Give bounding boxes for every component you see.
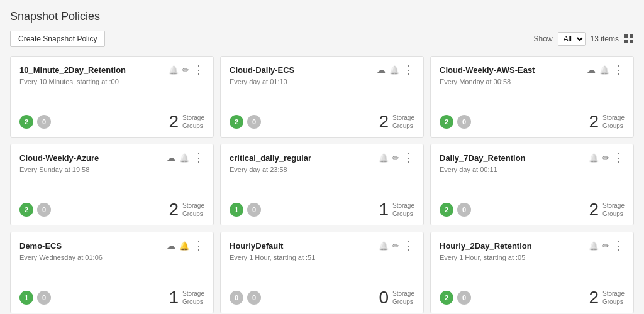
bell-icon: 🔔 [169,65,179,75]
storage-number: 2 [589,113,599,131]
storage-count: 2 StorageGroups [589,201,625,219]
card-title: 10_Minute_2Day_Retention [19,65,169,75]
storage-number: 2 [589,289,599,306]
card-title: critical_daily_regular [230,153,379,163]
more-options-icon[interactable]: ⋮ [403,240,414,251]
card-footer: 00 0 StorageGroups [230,289,414,306]
more-options-icon[interactable]: ⋮ [193,152,204,163]
policy-card: Cloud-Weekly-Azure ☁🔔⋮ Every Sunday at 1… [10,144,214,225]
storage-count: 1 StorageGroups [379,201,414,219]
card-header: Cloud-Weekly-AWS-East ☁🔔⋮ [440,64,625,75]
storage-number: 0 [379,289,389,306]
badge-count-green: 1 [230,203,243,217]
bell-icon: 🔔 [389,65,399,75]
toolbar-right: Show All 13 items [534,32,634,46]
edit-icon[interactable]: ✏ [602,241,609,251]
badge-count-green: 2 [440,203,453,217]
card-icons: ☁🔔⋮ [587,64,625,75]
badge-count-green: 2 [440,115,453,129]
policy-card: Demo-ECS ☁🔔⋮ Every Wednesday at 01:06 10… [10,232,214,313]
more-options-icon[interactable]: ⋮ [403,152,414,163]
policy-card: HourlyDefault 🔔✏⋮ Every 1 Hour, starting… [220,232,424,313]
badge-count-gray: 0 [247,203,261,217]
card-icons: 🔔✏⋮ [379,240,414,251]
storage-number: 1 [379,201,389,219]
policy-card: Hourly_2Day_Retention 🔔✏⋮ Every 1 Hour, … [430,232,634,313]
bell-icon: 🔔 [589,241,599,251]
card-footer: 10 1 StorageGroups [19,289,204,306]
badge-count-green: 2 [19,115,33,129]
storage-groups-label: StorageGroups [602,290,625,306]
more-options-icon[interactable]: ⋮ [613,152,625,163]
card-subtitle: Every Wednesday at 01:06 [19,254,204,261]
grid-view-icon[interactable] [624,34,634,44]
card-footer: 10 1 StorageGroups [230,201,414,219]
edit-icon[interactable]: ✏ [182,65,189,75]
card-title: Cloud-Weekly-AWS-East [440,65,587,75]
card-header: Cloud-Weekly-Azure ☁🔔⋮ [19,152,204,163]
bell-icon: 🔔 [379,241,389,251]
card-icons: 🔔✏⋮ [169,64,204,75]
card-subtitle: Every 1 Hour, starting at :05 [440,254,625,261]
storage-groups-label: StorageGroups [602,114,625,130]
page-title: Snapshot Policies [10,10,634,23]
card-header: Daily_7Day_Retention 🔔✏⋮ [440,152,625,163]
toolbar: Create Snapshot Policy Show All 13 items [10,31,634,47]
card-header: HourlyDefault 🔔✏⋮ [230,240,414,251]
card-subtitle: Every 1 Hour, starting at :51 [230,254,414,261]
show-select[interactable]: All [558,32,586,46]
storage-number: 2 [589,201,599,219]
card-icons: 🔔✏⋮ [589,240,625,251]
storage-count: 2 StorageGroups [589,289,625,306]
storage-number: 2 [379,113,389,131]
badge-count-gray: 0 [37,203,51,217]
more-options-icon[interactable]: ⋮ [613,240,625,251]
storage-count: 2 StorageGroups [589,113,625,131]
badge-count-green: 2 [230,115,243,129]
bell-icon: 🔔 [589,153,599,163]
badges: 20 [19,203,51,217]
storage-count: 2 StorageGroups [169,201,204,219]
card-footer: 20 2 StorageGroups [440,201,625,219]
storage-number: 1 [169,289,179,306]
card-title: Cloud-Daily-ECS [230,65,377,75]
storage-groups-label: StorageGroups [392,290,414,306]
badges: 20 [230,115,261,129]
badge-count-green: 2 [19,203,33,217]
policy-card: Cloud-Daily-ECS ☁🔔⋮ Every day at 01:10 2… [220,56,424,138]
more-options-icon[interactable]: ⋮ [193,64,204,75]
edit-icon[interactable]: ✏ [602,153,609,163]
badge-count-gray: 0 [247,115,261,129]
card-header: Hourly_2Day_Retention 🔔✏⋮ [440,240,625,251]
badge-count-green: 0 [230,291,243,305]
badges: 10 [230,203,261,217]
card-footer: 20 2 StorageGroups [440,289,625,306]
edit-icon[interactable]: ✏ [392,241,399,251]
cloud-icon: ☁ [167,153,175,163]
storage-groups-label: StorageGroups [392,202,414,218]
cloud-icon: ☁ [167,241,175,251]
create-snapshot-policy-button[interactable]: Create Snapshot Policy [10,31,105,47]
badges: 20 [19,115,51,129]
more-options-icon[interactable]: ⋮ [193,240,204,251]
badge-count-gray: 0 [457,203,471,217]
policy-card: 10_Minute_2Day_Retention 🔔✏⋮ Every 10 Mi… [10,56,214,138]
storage-count: 0 StorageGroups [379,289,414,306]
badge-count-green: 2 [440,291,453,305]
edit-icon[interactable]: ✏ [392,153,399,163]
card-title: Daily_7Day_Retention [440,153,589,163]
bell-active-icon: 🔔 [179,241,189,251]
more-options-icon[interactable]: ⋮ [613,64,625,75]
storage-number: 2 [169,201,179,219]
bell-icon: 🔔 [379,153,389,163]
card-icons: ☁🔔⋮ [167,240,204,251]
card-title: Hourly_2Day_Retention [440,241,589,251]
badge-count-gray: 0 [457,115,471,129]
card-header: critical_daily_regular 🔔✏⋮ [230,152,414,163]
more-options-icon[interactable]: ⋮ [403,64,414,75]
storage-count: 1 StorageGroups [169,289,204,306]
storage-groups-label: StorageGroups [182,114,204,130]
storage-groups-label: StorageGroups [392,114,414,130]
badges: 20 [440,291,471,305]
bell-icon: 🔔 [179,153,189,163]
